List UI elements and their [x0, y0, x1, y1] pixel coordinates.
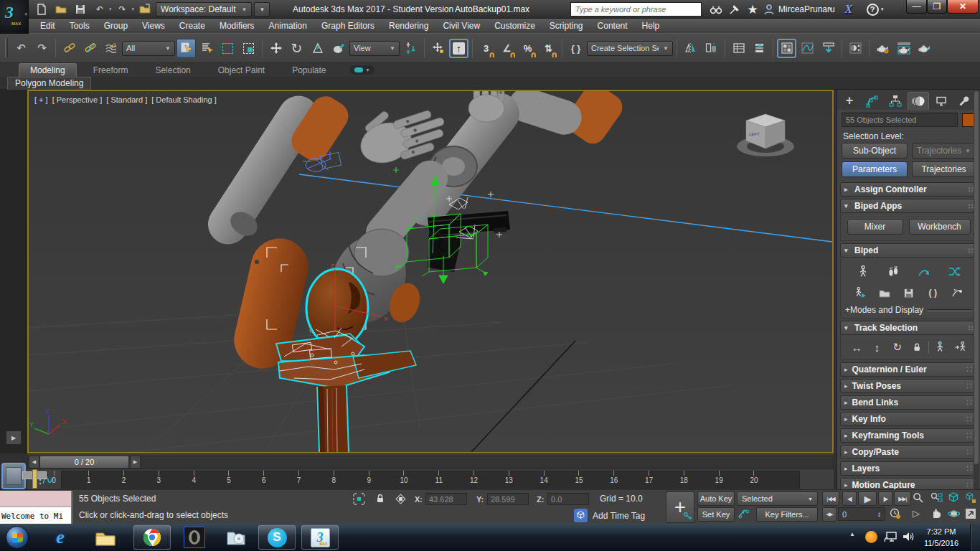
tray-clock[interactable]: 7:32 PM 11/5/2016	[918, 526, 964, 549]
select-and-move-button[interactable]	[266, 39, 286, 58]
previous-frame-nudge[interactable]: ◀	[29, 456, 39, 468]
y-coordinate-field[interactable]: 28.599	[487, 493, 529, 505]
menu-help[interactable]: Help	[635, 19, 667, 32]
maxscript-listener[interactable]: Welcome to Mi	[0, 507, 72, 524]
menu-animation[interactable]: Animation	[262, 19, 314, 32]
rollout-track-selection[interactable]: ▾ Track Selection ∷	[840, 321, 977, 335]
select-and-manipulate-button[interactable]	[428, 39, 448, 58]
redo-button[interactable]: ↷	[114, 1, 131, 17]
rollout-twist-poses[interactable]: Twist Poses	[840, 379, 977, 393]
key-mode-dropdown[interactable]: Selected▼	[737, 491, 818, 506]
menu-create[interactable]: Create	[172, 19, 212, 32]
communication-center-icon[interactable]	[726, 1, 743, 17]
username-label[interactable]: MirceaPrunaru	[778, 1, 835, 17]
field-of-view-button[interactable]: ▷	[913, 508, 920, 519]
autodesk-exchange-icon[interactable]: X	[839, 1, 858, 17]
sub-object-button[interactable]: Sub-Object	[842, 143, 908, 159]
select-object-button[interactable]	[176, 39, 196, 58]
toolbar-grip[interactable]	[5, 39, 8, 57]
tab-utilities[interactable]	[953, 92, 975, 110]
ribbon-tab-populate[interactable]: Populate	[281, 64, 336, 77]
add-time-tag-button[interactable]: Add Time Tag	[593, 511, 645, 521]
viewport-pov-menu[interactable]: [ Perspective ]	[52, 95, 103, 104]
play-button[interactable]: ▶	[858, 491, 877, 506]
workspace-menu-button[interactable]: ▼	[254, 2, 270, 17]
next-frame-button[interactable]: |▶	[878, 491, 892, 506]
mixer-mode-icon[interactable]	[945, 263, 963, 279]
rollout-key-info[interactable]: Key Info	[840, 412, 977, 426]
undo-tool-button[interactable]: ↶	[11, 39, 31, 58]
save-file-button[interactable]	[72, 1, 89, 17]
window-crossing-toggle-button[interactable]	[239, 39, 258, 58]
search-input[interactable]	[570, 2, 702, 17]
ribbon-tab-selection[interactable]: Selection	[144, 64, 201, 77]
key-filters-button[interactable]: Key Filters...	[756, 507, 818, 522]
menu-group[interactable]: Group	[97, 19, 135, 32]
menu-edit[interactable]: Edit	[33, 19, 62, 32]
pistol[interactable]	[428, 211, 510, 272]
selection-region-cycle-icon[interactable]	[353, 493, 365, 505]
named-selection-sets-dropdown[interactable]: Create Selection Se▼	[587, 41, 673, 56]
ribbon-tab-object-paint[interactable]: Object Paint	[207, 64, 275, 77]
rectangular-selection-region-button[interactable]	[218, 39, 237, 58]
taskbar-windows-explorer[interactable]	[89, 525, 122, 550]
select-and-scale-button[interactable]	[308, 39, 327, 58]
unlink-selection-button[interactable]	[80, 39, 100, 58]
rollout-quaternion-euler[interactable]: Quaternion / Euler	[840, 362, 977, 377]
viewport-tab-arrow-button[interactable]: ▶	[6, 430, 22, 445]
align-button[interactable]	[702, 39, 721, 58]
select-by-name-button[interactable]	[197, 39, 217, 58]
key-steps-icon[interactable]	[738, 508, 752, 519]
mirror-button[interactable]	[681, 39, 700, 58]
show-desktop-button[interactable]	[970, 524, 980, 551]
current-frame-band[interactable]	[32, 469, 37, 489]
zoom-all-button[interactable]	[930, 492, 943, 504]
tab-modify[interactable]	[862, 92, 883, 110]
viewcube[interactable]: LEFT	[737, 114, 794, 156]
tray-volume-icon[interactable]	[903, 531, 915, 542]
menu-content[interactable]: Content	[590, 19, 635, 32]
selection-lock-toggle-icon[interactable]	[374, 493, 386, 504]
menu-rendering[interactable]: Rendering	[382, 19, 435, 32]
motion-flow-mode-icon[interactable]	[915, 263, 933, 279]
track-vertical-icon[interactable]: ↕	[867, 339, 886, 355]
tray-app-icon[interactable]	[865, 531, 877, 543]
goto-start-button[interactable]: |◀◀	[822, 491, 839, 506]
rollout-biped-apps[interactable]: ▾ Biped Apps ∷	[840, 199, 977, 213]
scrollbar-thumb[interactable]	[974, 91, 979, 464]
absolute-offset-toggle-icon[interactable]	[395, 493, 407, 505]
app-logo-3dsmax[interactable]: 3 MAX ▾	[0, 0, 29, 34]
help-icon[interactable]: ?	[864, 1, 881, 17]
next-frame-nudge[interactable]: ▶	[130, 456, 141, 468]
selection-filter-dropdown[interactable]: All▼	[122, 41, 175, 56]
project-folder-button[interactable]	[136, 1, 154, 17]
z-coordinate-field[interactable]: 0.0	[547, 493, 589, 505]
tab-motion[interactable]	[908, 92, 929, 110]
ribbon-panel-polygon-modeling[interactable]: Polygon Modeling	[7, 77, 91, 90]
select-and-place-button[interactable]	[329, 39, 348, 58]
zoom-extents-all-button[interactable]	[965, 492, 976, 504]
time-configuration-button[interactable]	[890, 508, 902, 520]
toggle-ribbon-button[interactable]	[777, 39, 796, 58]
parameters-button[interactable]: Parameters	[842, 161, 908, 177]
orbit-button[interactable]	[948, 508, 960, 519]
redo-tool-button[interactable]: ↷	[32, 39, 52, 58]
tray-expand-icon[interactable]: ▲	[847, 531, 858, 537]
tab-display[interactable]	[930, 92, 952, 110]
use-pivot-point-center-button[interactable]	[401, 39, 420, 58]
redo-dropdown-arrow[interactable]: ▾	[132, 6, 135, 12]
rollout-copy-paste[interactable]: Copy/Paste	[840, 445, 977, 459]
rollout-layers[interactable]: Layers	[840, 461, 977, 476]
minimize-button[interactable]: —	[906, 0, 927, 14]
taskbar-3dsmax[interactable]: 3MAX	[301, 525, 339, 550]
percent-snap-toggle-button[interactable]: %	[518, 39, 537, 58]
tab-hierarchy[interactable]	[885, 92, 906, 110]
schematic-view-button[interactable]	[819, 39, 838, 58]
mixer-button[interactable]: Mixer	[847, 219, 903, 235]
symmetrical-select-icon[interactable]	[951, 339, 970, 355]
rollout-keyframing-tools[interactable]: Keyframing Tools	[840, 428, 977, 443]
footstep-mode-icon[interactable]	[884, 263, 903, 279]
render-setup-button[interactable]	[873, 39, 892, 58]
maxscript-listener-macro[interactable]	[0, 491, 72, 507]
key-mode-toggle-button[interactable]: ◀▶	[822, 507, 837, 522]
